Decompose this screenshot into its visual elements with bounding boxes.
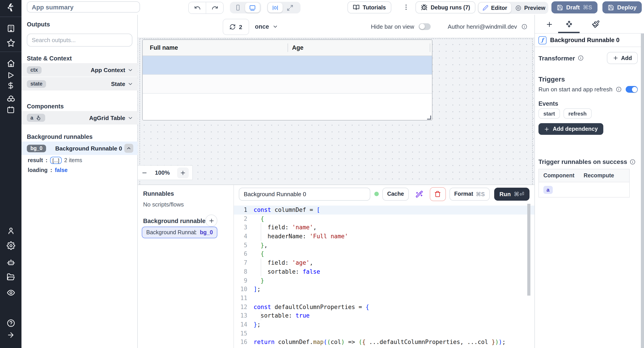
- run-button[interactable]: Run ⌘⏎: [494, 188, 530, 201]
- tutorials-button[interactable]: Tutorials: [348, 1, 391, 14]
- info-icon[interactable]: [630, 159, 636, 164]
- collapse-sidebar-arrow-icon[interactable]: [6, 330, 16, 340]
- hide-bar-toggle[interactable]: [418, 23, 431, 30]
- device-toggle-group: [230, 2, 261, 14]
- state-badge: state: [27, 80, 46, 88]
- canvas-toolbar: 2 once Hide bar on view Author henri@win…: [138, 15, 534, 38]
- workers-robot-icon[interactable]: [6, 257, 16, 267]
- ctx-row[interactable]: ctx App Context: [22, 63, 138, 77]
- result-key: result: [28, 157, 43, 163]
- home-icon[interactable]: [6, 58, 16, 68]
- chevron-down-icon[interactable]: [128, 115, 133, 121]
- resources-boxes-icon[interactable]: [6, 93, 16, 103]
- info-icon[interactable]: [616, 86, 622, 92]
- add-background-runnable-button[interactable]: [205, 215, 217, 227]
- component-a-type-label: AgGrid Table: [89, 114, 125, 121]
- frequency-value: once: [255, 23, 269, 30]
- state-row[interactable]: state State: [22, 77, 138, 90]
- table-row-selected[interactable]: [143, 56, 432, 74]
- collapse-button[interactable]: [124, 144, 133, 153]
- component-a-row[interactable]: a AgGrid Table: [22, 111, 138, 124]
- help-icon[interactable]: [6, 318, 16, 328]
- component-settings-tab[interactable]: [564, 19, 574, 30]
- fullwidth-layout-button[interactable]: [283, 3, 298, 13]
- paintbrush-icon: [592, 20, 600, 28]
- runs-play-icon[interactable]: [6, 70, 16, 80]
- trash-icon: [434, 191, 441, 197]
- runnable-name-input[interactable]: [239, 188, 370, 201]
- cache-button[interactable]: Cache: [382, 188, 409, 201]
- runnables-title: Runnables: [143, 190, 174, 197]
- loading-output-row[interactable]: loading : false: [22, 165, 138, 175]
- info-icon[interactable]: [578, 55, 584, 61]
- run-shortcut: ⌘⏎: [514, 191, 524, 197]
- runnable-title: Background Runnable 0: [550, 37, 620, 44]
- runnable-settings-panel: ƒ Background Runnable 0 Transformer Add …: [534, 15, 644, 348]
- add-dependency-button[interactable]: Add dependency: [538, 123, 603, 135]
- refresh-count-button[interactable]: 2: [223, 19, 249, 35]
- settings-gear-icon[interactable]: [6, 241, 16, 250]
- editor-tab[interactable]: Editor: [478, 3, 511, 13]
- background-runnable-item[interactable]: Background Runnabl... bg_0: [142, 227, 217, 238]
- workspace-building-icon[interactable]: [6, 23, 16, 33]
- column-header-age[interactable]: Age: [288, 44, 304, 51]
- right-panel-scrollbar[interactable]: [641, 34, 644, 348]
- table-row[interactable]: [143, 74, 432, 93]
- mobile-view-button[interactable]: [231, 3, 245, 13]
- trigger-runnables-table: Component Recompute a: [538, 169, 630, 198]
- variables-dollar-icon[interactable]: [6, 81, 16, 90]
- event-start-chip[interactable]: start: [538, 108, 560, 119]
- chevron-down-icon[interactable]: [128, 67, 133, 73]
- colon: :: [46, 157, 48, 163]
- resize-handle[interactable]: [427, 116, 431, 120]
- bg0-row[interactable]: bg_0 Background Runnable 0: [22, 141, 138, 155]
- runnables-panel: Runnables No scripts/flows Background ru…: [138, 185, 234, 348]
- insert-component-tab[interactable]: [544, 19, 554, 30]
- event-refresh-chip[interactable]: refresh: [564, 108, 592, 119]
- component-a-chip[interactable]: a: [544, 186, 552, 194]
- draft-button[interactable]: Draft ⌘S: [552, 1, 598, 14]
- code-lines[interactable]: 1const columnDef = [2 {3 field: 'name',4…: [234, 203, 534, 348]
- zoom-in-button[interactable]: [177, 167, 189, 178]
- app-canvas[interactable]: Full name Age 100%: [138, 38, 534, 185]
- result-array-chip[interactable]: [...]: [50, 156, 62, 164]
- add-transformer-button[interactable]: Add: [607, 52, 638, 64]
- format-button[interactable]: Format ⌘S: [449, 188, 490, 201]
- more-menu-button[interactable]: [402, 4, 410, 11]
- audit-eye-icon[interactable]: [6, 287, 16, 297]
- table-header-row: Component Recompute: [539, 169, 629, 182]
- search-outputs-input[interactable]: [27, 34, 132, 47]
- desktop-view-button[interactable]: [245, 3, 260, 13]
- aggrid-table-component[interactable]: Full name Age: [142, 39, 432, 120]
- schedules-calendar-icon[interactable]: [6, 105, 16, 115]
- zoom-out-button[interactable]: [141, 169, 148, 176]
- chevron-up-icon: [126, 145, 132, 151]
- preview-tab-label: Preview: [524, 5, 546, 11]
- delete-runnable-button[interactable]: [430, 187, 446, 201]
- deploy-button[interactable]: Deploy: [602, 1, 642, 14]
- draft-shortcut: ⌘S: [583, 4, 592, 11]
- info-icon[interactable]: [522, 24, 527, 29]
- canvas-zoom-bar: 100%: [138, 165, 193, 180]
- column-divider[interactable]: [288, 44, 288, 52]
- chevron-down-icon[interactable]: [128, 81, 133, 87]
- ai-wand-icon[interactable]: [416, 190, 423, 198]
- debug-runs-label: Debug runs (7): [431, 4, 470, 11]
- app-summary-input[interactable]: [27, 1, 140, 13]
- editor-scrollbar[interactable]: [527, 204, 530, 296]
- active-tab-underline: [558, 32, 580, 33]
- result-output-row[interactable]: result : [...] 2 items: [22, 155, 138, 165]
- frequency-dropdown[interactable]: once: [252, 19, 281, 34]
- column-header-full-name[interactable]: Full name: [143, 44, 288, 51]
- preview-tab[interactable]: Preview: [511, 3, 550, 13]
- center-layout-button[interactable]: [268, 3, 283, 13]
- run-on-start-toggle[interactable]: [626, 86, 638, 93]
- styling-tab[interactable]: [590, 19, 601, 30]
- favorites-star-icon[interactable]: [6, 38, 16, 48]
- undo-button[interactable]: [189, 2, 206, 14]
- user-icon[interactable]: [6, 226, 16, 236]
- folders-icon[interactable]: [6, 272, 16, 282]
- debug-runs-button[interactable]: Debug runs (7): [416, 1, 476, 14]
- windmill-logo-icon[interactable]: [0, 0, 22, 15]
- redo-button[interactable]: [206, 2, 223, 14]
